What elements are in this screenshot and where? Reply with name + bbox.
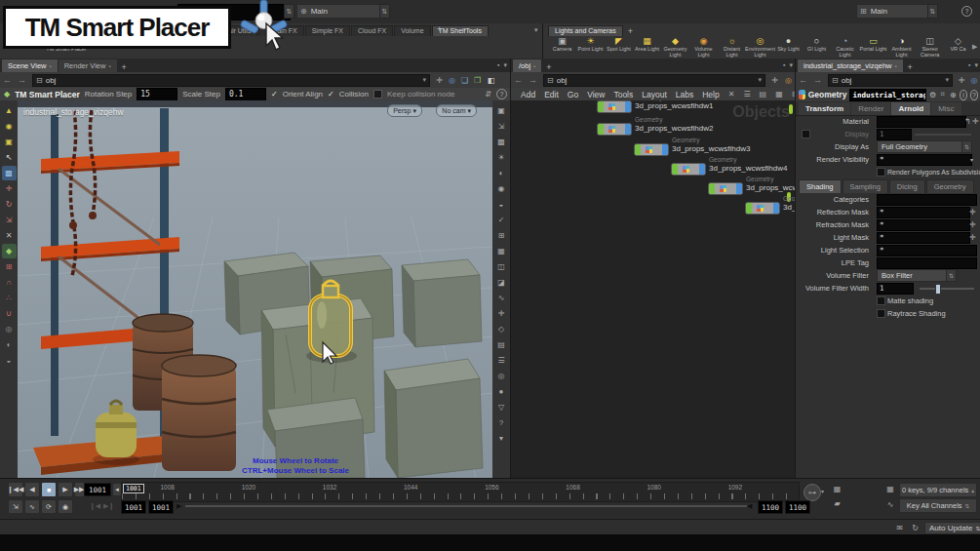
add-pane-tab-button[interactable]: + xyxy=(542,62,555,72)
timeline-ruler[interactable]: 1001 10081020103210441056106810801092 xyxy=(121,482,800,502)
node-display-flag[interactable] xyxy=(773,203,779,214)
realtime-toggle-icon[interactable]: ◉ xyxy=(58,499,73,514)
shelf-tool-volume-light[interactable]: ◉Volume Light xyxy=(689,36,718,58)
subdivision-checkbox[interactable] xyxy=(877,168,885,177)
more-icon[interactable]: ▾ xyxy=(494,430,509,446)
light-mask-input[interactable]: * xyxy=(877,232,970,244)
pane-maximize-icon[interactable]: ▪ xyxy=(968,61,970,69)
orient-align-check-icon[interactable]: ✓ xyxy=(271,90,278,98)
shelf-tool-environment-light[interactable]: ◎Environment Light xyxy=(746,36,774,58)
shelf-tool-camera[interactable]: ▣Camera xyxy=(548,36,576,53)
network-canvas[interactable]: Objects Geometry3d_props_wcwsfihdw1Geome… xyxy=(511,100,796,478)
headlight-icon[interactable]: ☀ xyxy=(494,149,509,165)
layout-split-icon[interactable]: ❐ xyxy=(471,76,484,85)
help-view-icon[interactable]: ? xyxy=(494,414,509,430)
tree-view-icon[interactable]: ☰ xyxy=(743,90,750,98)
snap-primitive-icon[interactable]: ∩ xyxy=(2,275,17,290)
node-name-field[interactable]: industrial_storage_vi xyxy=(849,89,925,101)
search-icon[interactable]: ⊕ xyxy=(950,90,957,100)
node-input-flag[interactable] xyxy=(672,164,678,175)
scale-tool-icon[interactable]: ⇲ xyxy=(2,213,17,227)
shelf-tool-ambient-light[interactable]: ◑Ambient Light xyxy=(887,36,916,58)
hq-lighting-icon[interactable]: ◉ xyxy=(494,180,509,196)
range-end-field[interactable]: 1100 xyxy=(758,500,783,514)
materials-state-icon[interactable]: ▣ xyxy=(2,135,17,149)
keys-view-icon[interactable]: ▦ xyxy=(883,483,897,495)
link-pane-icon[interactable]: ◎ xyxy=(781,76,796,85)
menu-edit[interactable]: Edit xyxy=(544,90,559,99)
dot-icon[interactable]: ● xyxy=(494,383,509,399)
display-as-spinner[interactable]: ⇅ xyxy=(961,140,972,153)
pane-menu-caret[interactable]: ▾ xyxy=(974,61,978,69)
light-selection-input[interactable]: * xyxy=(877,245,977,256)
translate-tool-icon[interactable]: ✛ xyxy=(2,181,17,196)
handles-tool-icon[interactable]: ✕ xyxy=(2,228,17,243)
shelf-tool-geometry-light[interactable]: ◆Geometry Light xyxy=(661,36,689,58)
grid-view-icon[interactable]: ▦ xyxy=(775,90,783,98)
lights-state-icon[interactable]: ◉ xyxy=(2,119,17,134)
help-icon[interactable]: ? xyxy=(961,6,972,17)
forward-icon[interactable]: → xyxy=(15,75,29,85)
keep-collision-checkbox[interactable] xyxy=(373,90,382,98)
auto-key-caret[interactable]: ▾ xyxy=(821,488,824,494)
network-path-field[interactable]: ⊟ obj ▾ xyxy=(543,74,765,87)
playhead-flag[interactable]: 1001 xyxy=(123,484,144,493)
shelf-tool-sky-light[interactable]: ●Sky Light xyxy=(774,36,803,53)
op-chooser-icon[interactable]: ✛ xyxy=(972,117,979,126)
offscreen-node-marker[interactable] xyxy=(789,104,793,114)
misc-tool-icon[interactable]: ◒ xyxy=(2,353,17,368)
network-node[interactable]: Geometry3d_props_wcwsfihdw6 xyxy=(745,195,796,215)
tab-menu-icon[interactable]: ▪ xyxy=(108,63,110,69)
visualizer-icon[interactable]: ⊞ xyxy=(494,227,509,243)
info-icon[interactable]: i xyxy=(960,90,967,100)
tab-misc[interactable]: Misc xyxy=(931,102,960,115)
right-desktop-spinner[interactable]: ⇅ xyxy=(927,4,938,19)
material-input[interactable] xyxy=(877,116,966,128)
forward-icon[interactable]: → xyxy=(810,75,825,85)
smart-placer-tool-icon[interactable]: ◆ xyxy=(2,244,17,258)
op-chooser-icon[interactable]: ✛ xyxy=(969,208,976,216)
shelf-tab-lights-and-cameras[interactable]: Lights and Cameras xyxy=(548,25,623,36)
node-body[interactable] xyxy=(671,163,706,176)
snap-view-icon[interactable]: ✛ xyxy=(494,305,509,321)
current-frame-field[interactable]: 1001 xyxy=(84,483,111,496)
range-right-handle[interactable]: ◀ xyxy=(747,502,752,510)
reflection-mask-input[interactable]: * xyxy=(877,207,970,218)
add-shelf-tab-button[interactable]: + xyxy=(433,24,446,34)
shelf-tab-cloud-fx[interactable]: Cloud FX xyxy=(351,25,393,36)
volume-filter-spinner[interactable]: ⇅ xyxy=(946,269,957,282)
lpe-tag-input[interactable] xyxy=(877,257,977,269)
stop-button[interactable]: ■ xyxy=(41,482,57,497)
visibility-caret-icon[interactable]: ▾ xyxy=(970,156,973,163)
shelf-tool-stereo-camera[interactable]: ◫Stereo Camera xyxy=(916,36,944,58)
view-pivot-icon[interactable]: ◎ xyxy=(2,322,17,336)
auto-update-dropdown[interactable]: Auto Update⇅ xyxy=(924,522,980,534)
shelf-tab-simple-fx[interactable]: Simple FX xyxy=(305,25,350,36)
isolate-icon[interactable]: ◇ xyxy=(494,321,509,336)
camera-view-icon[interactable]: ▣ xyxy=(494,102,509,118)
node-input-flag[interactable] xyxy=(598,124,604,135)
keys-info-dropdown[interactable]: 0 keys, 9/9 channels▴ xyxy=(899,483,977,497)
node-input-flag[interactable] xyxy=(598,101,604,112)
subtab-shading[interactable]: Shading xyxy=(799,179,842,193)
audio-icon[interactable]: ∿ xyxy=(24,499,40,514)
add-right-shelf-tab-button[interactable]: + xyxy=(624,26,637,36)
secure-selection-icon[interactable]: ▩ xyxy=(2,166,17,180)
link-pane-icon[interactable]: ◎ xyxy=(446,76,458,85)
volume-filter-width-input[interactable]: 1 xyxy=(877,283,914,295)
persp-menu[interactable]: Persp▾ xyxy=(387,104,422,117)
range-start-field[interactable]: 1001 xyxy=(148,500,174,514)
shelf-overflow-caret[interactable]: ▾ xyxy=(534,26,538,34)
tool-help-icon[interactable]: ? xyxy=(496,89,507,99)
go-to-start-button[interactable]: ❙◀◀ xyxy=(8,482,23,497)
displacement-icon[interactable]: ✓ xyxy=(494,212,509,227)
desktop-spinner[interactable]: ⇅ xyxy=(379,4,390,19)
subtab-sampling[interactable]: Sampling xyxy=(843,179,888,193)
gear-icon[interactable]: ⚙ xyxy=(929,90,936,100)
volume-filter-dropdown[interactable]: Box Filter xyxy=(877,269,947,282)
raytrace-shading-checkbox[interactable] xyxy=(877,309,885,318)
pane-maximize-icon[interactable]: ▪ xyxy=(783,61,785,69)
node-input-flag[interactable] xyxy=(635,144,641,155)
network-node[interactable]: Geometry3d_props_wcwsfihdw4 xyxy=(671,156,796,176)
refraction-mask-input[interactable]: * xyxy=(877,219,970,231)
